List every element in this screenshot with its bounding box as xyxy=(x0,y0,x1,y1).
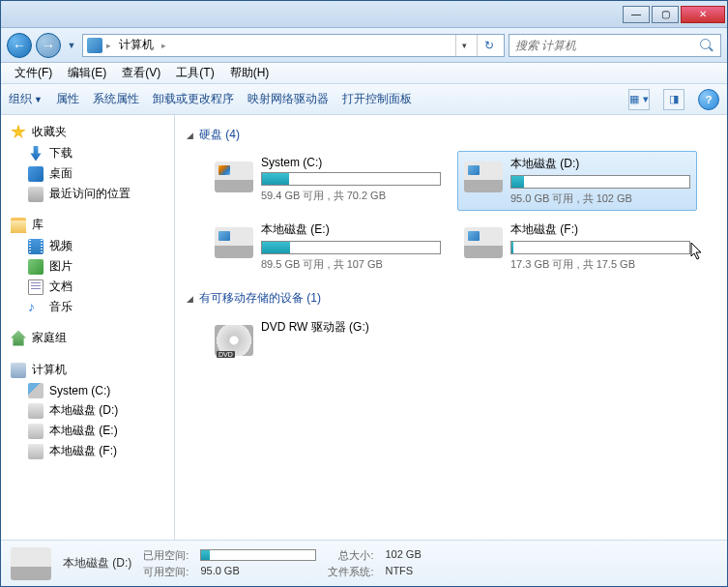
menu-help[interactable]: 帮助(H) xyxy=(222,63,277,83)
star-icon xyxy=(11,125,26,140)
organize-button[interactable]: 组织 ▼ xyxy=(9,91,43,107)
properties-button[interactable]: 属性 xyxy=(56,91,79,107)
used-space-value xyxy=(200,548,316,563)
sidebar-pictures[interactable]: 图片 xyxy=(1,256,174,277)
usage-bar xyxy=(261,172,441,186)
used-space-label: 已用空间: xyxy=(143,548,189,563)
refresh-button[interactable]: ↻ xyxy=(477,35,500,56)
toolbar: 组织 ▼ 属性 系统属性 卸载或更改程序 映射网络驱动器 打开控制面板 ▦ ▾ … xyxy=(1,84,727,115)
view-options-button[interactable]: ▦ ▾ xyxy=(628,89,650,110)
drive-f[interactable]: 本地磁盘 (F:) 17.3 GB 可用 , 共 17.5 GB xyxy=(457,217,697,277)
search-icon[interactable] xyxy=(699,38,714,53)
free-space-value: 95.0 GB xyxy=(200,565,316,579)
help-button[interactable]: ? xyxy=(698,89,719,110)
drive-g-dvd[interactable]: DVD RW 驱动器 (G:) xyxy=(208,314,448,361)
sidebar-computer[interactable]: 计算机 xyxy=(1,359,174,381)
drive-stat: 95.0 GB 可用 , 共 102 GB xyxy=(510,191,690,206)
forward-button[interactable]: → xyxy=(36,33,61,58)
sidebar-favorites[interactable]: 收藏夹 xyxy=(1,121,174,143)
sidebar-drive-c[interactable]: System (C:) xyxy=(1,381,174,400)
computer-icon xyxy=(87,38,102,53)
drive-icon xyxy=(28,383,44,398)
breadcrumb-sep-icon[interactable]: ▸ xyxy=(106,41,111,50)
music-icon: ♪ xyxy=(28,300,44,315)
recent-icon xyxy=(28,187,44,202)
content-area: ◢硬盘 (4) System (C:) 59.4 GB 可用 , 共 70.2 … xyxy=(175,115,727,540)
preview-pane-button[interactable]: ◨ xyxy=(663,89,684,110)
computer-icon xyxy=(11,363,26,378)
drive-name: 本地磁盘 (D:) xyxy=(510,156,690,172)
drive-d[interactable]: 本地磁盘 (D:) 95.0 GB 可用 , 共 102 GB xyxy=(457,151,697,211)
sidebar-recent[interactable]: 最近访问的位置 xyxy=(1,184,174,204)
sidebar-music[interactable]: ♪音乐 xyxy=(1,297,174,317)
section-hard-disks[interactable]: ◢硬盘 (4) xyxy=(187,123,715,151)
minimize-button[interactable]: — xyxy=(623,6,650,23)
sidebar-drive-e[interactable]: 本地磁盘 (E:) xyxy=(1,421,174,441)
menu-file[interactable]: 文件(F) xyxy=(7,63,60,83)
sidebar-drive-d[interactable]: 本地磁盘 (D:) xyxy=(1,400,174,421)
download-icon xyxy=(28,146,44,161)
filesystem-value: NTFS xyxy=(385,565,421,579)
dvd-drive-icon xyxy=(215,325,253,356)
free-space-label: 可用空间: xyxy=(143,565,189,579)
picture-icon xyxy=(28,259,44,275)
search-box[interactable] xyxy=(509,34,721,57)
drive-icon xyxy=(464,161,503,192)
system-drive-icon xyxy=(215,161,253,192)
nav-history-dropdown[interactable]: ▼ xyxy=(65,37,78,54)
document-icon xyxy=(28,279,44,295)
drive-icon xyxy=(28,424,44,439)
menu-view[interactable]: 查看(V) xyxy=(114,63,168,83)
drive-icon xyxy=(28,403,44,419)
map-network-drive-button[interactable]: 映射网络驱动器 xyxy=(248,91,329,107)
collapse-icon: ◢ xyxy=(187,294,193,304)
usage-bar xyxy=(510,241,690,254)
search-input[interactable] xyxy=(515,39,699,52)
titlebar: — ▢ ✕ xyxy=(1,1,727,28)
back-button[interactable]: ← xyxy=(7,33,32,58)
drive-name: System (C:) xyxy=(261,156,441,169)
drive-icon xyxy=(215,227,253,258)
filesystem-label: 文件系统: xyxy=(328,565,373,579)
drive-stat: 17.3 GB 可用 , 共 17.5 GB xyxy=(510,257,690,272)
drive-stat: 59.4 GB 可用 , 共 70.2 GB xyxy=(261,189,441,203)
address-bar[interactable]: ▸ 计算机 ▸ ▾ ↻ xyxy=(82,34,505,57)
menu-tools[interactable]: 工具(T) xyxy=(168,63,221,83)
drive-name: 本地磁盘 (E:) xyxy=(261,221,441,238)
drive-icon xyxy=(28,444,44,459)
collapse-icon: ◢ xyxy=(187,131,193,140)
address-dropdown[interactable]: ▾ xyxy=(455,35,473,56)
video-icon xyxy=(28,239,44,254)
sidebar-downloads[interactable]: 下载 xyxy=(1,143,174,163)
drive-name: DVD RW 驱动器 (G:) xyxy=(261,319,441,336)
uninstall-button[interactable]: 卸载或更改程序 xyxy=(153,91,234,107)
sidebar-drive-f[interactable]: 本地磁盘 (F:) xyxy=(1,441,174,461)
desktop-icon xyxy=(28,166,44,182)
total-size-label: 总大小: xyxy=(328,548,373,563)
sidebar-videos[interactable]: 视频 xyxy=(1,236,174,256)
drive-icon xyxy=(464,227,503,258)
menu-edit[interactable]: 编辑(E) xyxy=(60,63,114,83)
drive-e[interactable]: 本地磁盘 (E:) 89.5 GB 可用 , 共 107 GB xyxy=(208,217,448,277)
breadcrumb-computer[interactable]: 计算机 xyxy=(115,35,158,55)
sidebar-libraries[interactable]: 库 xyxy=(1,214,174,236)
maximize-button[interactable]: ▢ xyxy=(652,6,679,23)
sidebar-desktop[interactable]: 桌面 xyxy=(1,163,174,184)
homegroup-icon xyxy=(11,331,26,346)
nav-bar: ← → ▼ ▸ 计算机 ▸ ▾ ↻ xyxy=(1,28,727,63)
usage-bar xyxy=(510,175,690,189)
library-icon xyxy=(11,218,26,233)
menu-bar: 文件(F) 编辑(E) 查看(V) 工具(T) 帮助(H) xyxy=(1,63,727,84)
sidebar-documents[interactable]: 文档 xyxy=(1,277,174,297)
status-drive-name: 本地磁盘 (D:) xyxy=(63,555,131,572)
drive-c[interactable]: System (C:) 59.4 GB 可用 , 共 70.2 GB xyxy=(208,151,448,211)
close-button[interactable]: ✕ xyxy=(681,6,725,23)
control-panel-button[interactable]: 打开控制面板 xyxy=(342,91,412,107)
usage-bar xyxy=(261,241,441,254)
drive-stat: 89.5 GB 可用 , 共 107 GB xyxy=(261,257,441,272)
sidebar-homegroup[interactable]: 家庭组 xyxy=(1,327,174,349)
drive-icon xyxy=(11,547,51,580)
section-removable[interactable]: ◢有可移动存储的设备 (1) xyxy=(187,286,715,314)
system-properties-button[interactable]: 系统属性 xyxy=(93,91,139,107)
breadcrumb-sep-icon[interactable]: ▸ xyxy=(161,41,166,50)
